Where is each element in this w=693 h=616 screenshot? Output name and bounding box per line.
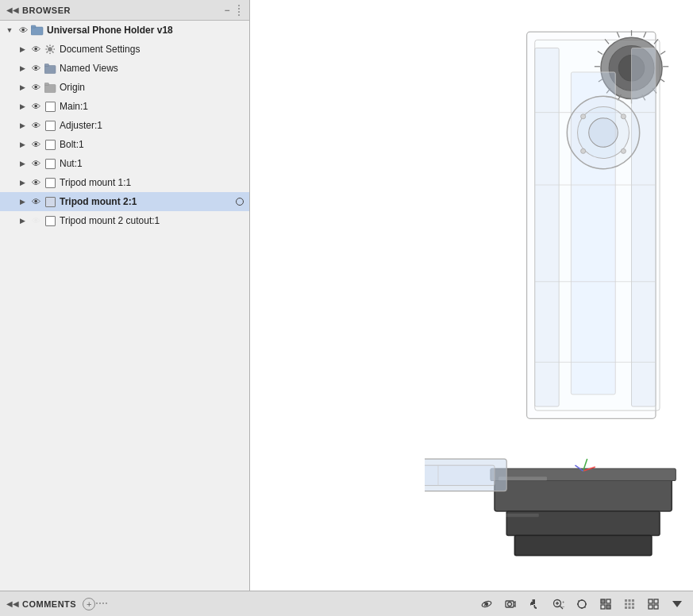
svg-rect-88 (632, 606, 634, 609)
tree-item-document-settings[interactable]: 👁 Document Settings (0, 40, 249, 59)
svg-point-37 (589, 118, 618, 148)
svg-rect-47 (499, 514, 539, 517)
fit-btn[interactable] (572, 595, 591, 614)
collapse-browser-btn[interactable]: ◀◀ (6, 4, 19, 17)
expand-origin[interactable] (16, 78, 29, 97)
expand-bolt[interactable] (16, 135, 29, 154)
svg-rect-91 (649, 605, 653, 609)
folder-named-views-icon (43, 61, 57, 75)
expand-main[interactable] (16, 97, 29, 116)
expand-root-btn[interactable] (3, 21, 16, 40)
eye-origin[interactable]: 👁 (29, 80, 43, 94)
origin-label: Origin (60, 82, 246, 93)
eye-document-settings[interactable]: 👁 (29, 42, 43, 56)
gear-icon (43, 42, 57, 56)
browser-title: BROWSER (22, 6, 71, 15)
folder-origin-icon (43, 80, 57, 94)
adjuster-label: Adjuster:1 (60, 120, 246, 131)
svg-rect-49 (425, 465, 495, 485)
display-mode-2-btn[interactable] (620, 595, 639, 614)
eye-tripod-1[interactable]: 👁 (29, 175, 43, 190)
app-container: ◀◀ BROWSER − 👁 (0, 0, 693, 616)
sidebar-header-right: − (221, 4, 243, 17)
collapse-comments-btn[interactable]: ◀◀ (6, 598, 19, 610)
3d-model-svg (425, 24, 693, 564)
svg-point-2 (48, 48, 52, 52)
tripod-2-label: Tripod mount 2:1 (60, 196, 232, 207)
svg-rect-81 (629, 599, 631, 602)
eye-adjuster[interactable]: 👁 (29, 118, 43, 133)
tree-item-adjuster[interactable]: 👁 Adjuster:1 (0, 116, 249, 135)
eye-nut[interactable]: 👁 (29, 156, 43, 171)
svg-rect-85 (632, 603, 634, 605)
svg-rect-84 (629, 603, 631, 605)
svg-rect-3 (44, 65, 56, 73)
svg-line-15 (660, 52, 665, 55)
tree-root-item[interactable]: 👁 Universal Phone Holder v18 (0, 21, 249, 40)
sidebar-header-left: ◀◀ BROWSER (6, 4, 71, 17)
svg-rect-77 (606, 599, 610, 603)
pan-btn[interactable] (525, 595, 544, 614)
named-views-label: Named Views (60, 63, 246, 74)
expand-nut[interactable] (16, 154, 29, 173)
tree-item-nut[interactable]: 👁 Nut:1 (0, 154, 249, 173)
svg-rect-92 (654, 605, 658, 609)
minimize-btn[interactable]: − (221, 4, 233, 17)
eye-tripod-2[interactable]: 👁 (29, 194, 43, 209)
svg-rect-79 (606, 605, 610, 609)
tree-item-bolt[interactable]: 👁 Bolt:1 (0, 135, 249, 154)
svg-point-41 (621, 148, 626, 153)
tree-item-tripod-mount-cutout[interactable]: 👁 Tripod mount 2 cutout:1 (0, 211, 249, 230)
eye-tripod-cutout[interactable]: 👁 (29, 214, 43, 228)
tree-item-origin[interactable]: 👁 Origin (0, 78, 249, 97)
target-indicator (233, 195, 246, 208)
svg-rect-86 (625, 606, 627, 609)
tree-item-tripod-mount-1[interactable]: 👁 Tripod mount 1:1 (0, 173, 249, 192)
display-mode-1-btn[interactable] (596, 595, 615, 614)
comments-divider-handle[interactable] (95, 601, 108, 607)
svg-rect-87 (629, 606, 631, 609)
expand-adjuster[interactable] (16, 116, 29, 135)
box-adjuster-icon (43, 118, 57, 133)
expand-tripod-cutout[interactable] (16, 211, 29, 230)
svg-rect-80 (625, 599, 627, 602)
box-bolt-icon (43, 137, 57, 152)
tree-item-main[interactable]: 👁 Main:1 (0, 97, 249, 116)
svg-rect-4 (44, 64, 49, 66)
tree-container: 👁 Universal Phone Holder v18 (0, 21, 249, 591)
svg-rect-0 (31, 27, 43, 35)
viewport[interactable] (250, 0, 693, 591)
eye-named-views[interactable]: 👁 (29, 61, 43, 75)
eye-bolt[interactable]: 👁 (29, 137, 43, 152)
box-tripod-cutout-icon (43, 214, 57, 228)
tree-item-named-views[interactable]: 👁 Named Views (0, 59, 249, 78)
divider-handle[interactable] (237, 4, 243, 17)
svg-point-39 (621, 114, 626, 119)
main-label: Main:1 (60, 101, 246, 112)
expand-document-settings[interactable] (16, 40, 29, 59)
display-dropdown-btn[interactable] (668, 595, 687, 614)
svg-rect-1 (31, 25, 36, 28)
eye-root[interactable]: 👁 (16, 23, 30, 37)
bolt-label: Bolt:1 (60, 139, 246, 150)
expand-tripod-2[interactable] (16, 192, 29, 211)
svg-rect-44 (514, 535, 652, 555)
tripod-cutout-label: Tripod mount 2 cutout:1 (60, 215, 246, 226)
comments-title: COMMENTS (22, 599, 76, 609)
camera-btn[interactable] (501, 595, 520, 614)
root-label: Universal Phone Holder v18 (47, 25, 246, 36)
bottom-toolbar: + − (477, 595, 687, 614)
add-comment-btn[interactable]: + (83, 598, 95, 610)
display-mode-3-btn[interactable] (644, 595, 663, 614)
expand-tripod-1[interactable] (16, 173, 29, 192)
tree-item-tripod-mount-2[interactable]: 👁 Tripod mount 2:1 (0, 192, 249, 211)
tripod-1-label: Tripod mount 1:1 (60, 177, 246, 188)
svg-rect-6 (44, 83, 49, 85)
main-area: ◀◀ BROWSER − 👁 (0, 0, 693, 591)
orbit-btn[interactable] (477, 595, 496, 614)
nut-label: Nut:1 (60, 158, 246, 169)
sidebar: ◀◀ BROWSER − 👁 (0, 0, 250, 591)
zoom-btn[interactable]: + − (549, 595, 568, 614)
eye-main[interactable]: 👁 (29, 99, 43, 114)
expand-named-views[interactable] (16, 59, 29, 78)
